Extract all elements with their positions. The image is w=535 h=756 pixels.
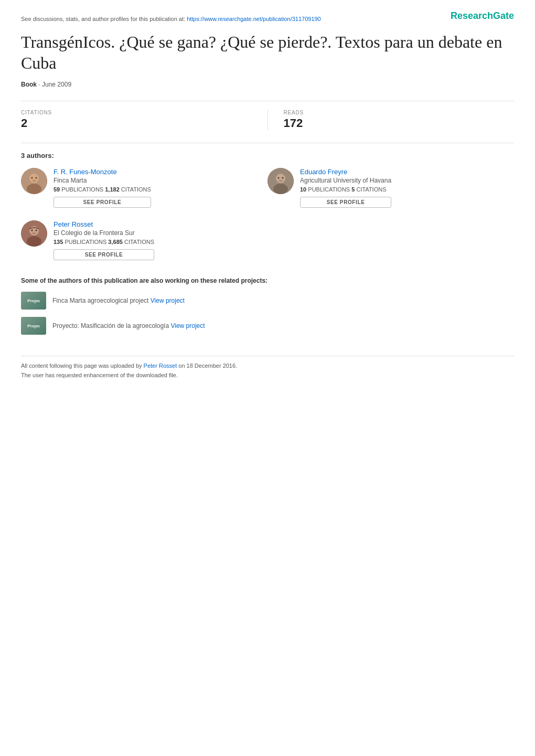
page-title: TransgénIcos. ¿Qué se gana? ¿Qué se pier… (21, 31, 514, 73)
related-projects-title: Some of the authors of this publication … (21, 277, 514, 284)
author-card-eduardo: Eduardo Freyre Agricultural University o… (268, 168, 514, 220)
avatar-eduardo (268, 168, 294, 194)
stats-divider (21, 101, 514, 101)
svg-point-14 (36, 230, 37, 231)
project-text-1: Finca Marta agroecological project View … (52, 297, 185, 304)
author-card-peter: Peter Rosset El Colegio de la Frontera S… (21, 220, 268, 273)
peter-publications: 135 (54, 239, 63, 245)
funes-citations: 1,182 (105, 186, 120, 193)
see-profile-button-eduardo[interactable]: SEE PROFILE (300, 197, 391, 208)
author-card-funes: F. R. Funes-Monzote Finca Marta 59 PUBLI… (21, 168, 268, 220)
svg-point-9 (282, 177, 284, 179)
citations-label: CITATIONS (21, 110, 252, 115)
author-info-eduardo: Eduardo Freyre Agricultural University o… (300, 168, 391, 208)
reads-value: 172 (284, 116, 515, 130)
funes-publications: 59 (54, 186, 60, 193)
reads-stat: READS 172 (284, 110, 515, 130)
publication-type: Book (21, 81, 37, 88)
project-item-finca-marta: Projm Finca Marta agroecological project… (21, 292, 514, 310)
svg-point-3 (31, 177, 33, 179)
reads-label: READS (284, 110, 515, 115)
citations-value: 2 (21, 116, 252, 130)
author-stats-peter: 135 PUBLICATIONS 3,685 CITATIONS (54, 239, 154, 245)
stats-row: CITATIONS 2 READS 172 (21, 110, 514, 130)
author-stats-eduardo: 10 PUBLICATIONS 5 CITATIONS (300, 186, 391, 193)
footer-text-prefix: All content following this page was uplo… (21, 363, 144, 369)
authors-grid: F. R. Funes-Monzote Finca Marta 59 PUBLI… (21, 168, 514, 273)
book-date: Book · June 2009 (21, 81, 514, 88)
author-affiliation-peter: El Colegio de la Frontera Sur (54, 229, 154, 237)
author-stats-funes: 59 PUBLICATIONS 1,182 CITATIONS (54, 186, 151, 193)
svg-point-13 (31, 230, 33, 231)
thumbnail-label-2: Projm (27, 324, 39, 328)
footer-disclaimer: The user has requested enhancement of th… (21, 372, 514, 378)
project-text-2: Proyecto: Masificación de la agroecologí… (52, 322, 205, 329)
project-thumbnail-1: Projm (21, 292, 46, 310)
svg-point-6 (276, 174, 285, 183)
svg-point-1 (29, 174, 39, 183)
publication-url-link[interactable]: https://www.researchgate.net/publication… (187, 16, 321, 22)
researchgate-brand[interactable]: ResearchGate (451, 10, 514, 22)
svg-point-4 (36, 177, 37, 179)
project-name-2: Proyecto: Masificación de la agroecologí… (52, 322, 169, 329)
svg-point-7 (273, 184, 288, 194)
funes-pub-label: PUBLICATIONS (61, 186, 105, 193)
peter-cit-label: CITATIONS (124, 239, 154, 245)
footer-upload-text: All content following this page was uplo… (21, 363, 514, 369)
eduardo-publications: 10 (300, 186, 306, 193)
see-profile-button-peter[interactable]: SEE PROFILE (54, 249, 154, 260)
author-info-funes: F. R. Funes-Monzote Finca Marta 59 PUBLI… (54, 168, 151, 208)
date-separator: · (38, 81, 42, 88)
thumbnail-label-1: Projm (27, 299, 39, 303)
eduardo-cit-label: CITATIONS (356, 186, 386, 193)
footer-upload-date: on 18 December 2016. (177, 363, 237, 369)
eduardo-pub-label: PUBLICATIONS (308, 186, 351, 193)
author-info-peter: Peter Rosset El Colegio de la Frontera S… (54, 220, 154, 260)
project-thumbnail-2: Projm (21, 317, 46, 335)
authors-divider (21, 143, 514, 143)
avatar-peter (21, 220, 47, 247)
footer-uploader-link[interactable]: Peter Rosset (144, 363, 177, 369)
eduardo-citations: 5 (351, 186, 355, 193)
citations-stat: CITATIONS 2 (21, 110, 268, 130)
project-item-masificacion: Projm Proyecto: Masificación de la agroe… (21, 317, 514, 335)
view-project-link-1[interactable]: View project (151, 297, 185, 304)
see-profile-button-funes[interactable]: SEE PROFILE (54, 197, 151, 208)
author-name-peter[interactable]: Peter Rosset (54, 220, 154, 228)
svg-point-2 (27, 184, 41, 194)
authors-section-title: 3 authors: (21, 152, 514, 159)
top-notice: See discussions, stats, and author profi… (21, 16, 514, 22)
project-name-1: Finca Marta agroecological project (52, 297, 148, 304)
peter-pub-label: PUBLICATIONS (65, 239, 108, 245)
author-affiliation-funes: Finca Marta (54, 177, 151, 184)
footer-divider (21, 356, 514, 356)
author-affiliation-eduardo: Agricultural University of Havana (300, 177, 391, 184)
svg-point-12 (27, 236, 41, 247)
view-project-link-2[interactable]: View project (170, 322, 205, 329)
peter-citations: 3,685 (108, 239, 123, 245)
author-name-eduardo[interactable]: Eduardo Freyre (300, 168, 391, 176)
author-name-funes[interactable]: F. R. Funes-Monzote (54, 168, 151, 176)
top-notice-text: See discussions, stats, and author profi… (21, 16, 187, 22)
svg-point-8 (278, 177, 280, 179)
funes-cit-label: CITATIONS (121, 186, 151, 193)
publication-date: June 2009 (42, 81, 71, 88)
avatar-funes (21, 168, 47, 194)
